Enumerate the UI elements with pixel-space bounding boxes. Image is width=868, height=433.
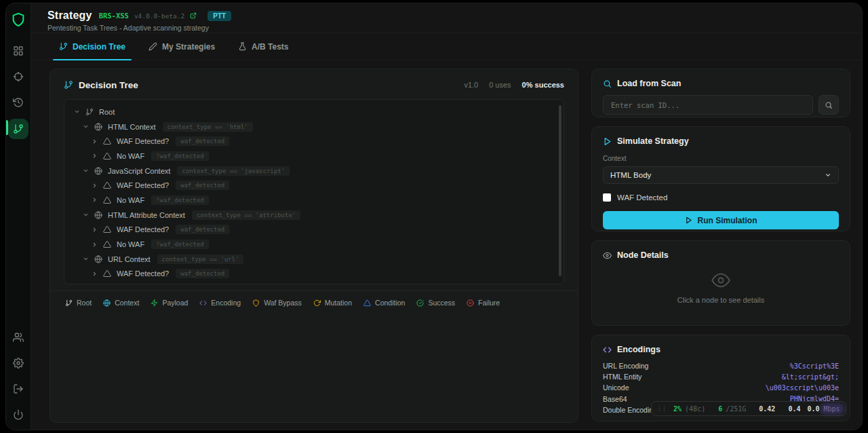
panel-title: Simulate Strategy <box>617 136 689 146</box>
chevron-right-icon[interactable] <box>92 227 98 233</box>
content: Decision Tree v1.0 0 uses 0% success Roo… <box>31 60 862 430</box>
sidebar-item-power[interactable] <box>13 409 24 420</box>
sidebar-item-strategy[interactable] <box>8 119 28 139</box>
divider <box>50 290 578 291</box>
node-condition-badge: !waf_detected <box>151 151 208 161</box>
tab[interactable]: My Strategies <box>137 33 226 60</box>
node-type-legend: Root Context Payload Encoding <box>64 299 564 307</box>
tree-node-label: No WAF <box>117 196 144 204</box>
tree-node-row[interactable]: WAF Detected? waf_detected <box>68 178 559 193</box>
encoding-value: &lt;script&gt; <box>782 373 839 381</box>
chevron-right-icon[interactable] <box>92 197 98 203</box>
sidebar-item-history[interactable] <box>13 97 24 108</box>
legend-label: Success <box>428 299 455 307</box>
legend-label: Waf Bypass <box>264 299 302 307</box>
sidebar-item-settings[interactable] <box>13 358 24 369</box>
panel-title: Decision Tree <box>79 80 138 90</box>
triangle-icon <box>103 152 111 160</box>
product-name: BRS-XSS <box>99 12 129 20</box>
tree-node-label: URL Context <box>108 255 151 263</box>
sidebar-item-users[interactable] <box>13 332 24 343</box>
chevron-down-icon[interactable] <box>83 124 89 130</box>
tree-node-row[interactable]: JavaScript Context context_type == 'java… <box>68 164 559 178</box>
tree-node-row[interactable]: No WAF !waf_detected <box>68 193 559 208</box>
encoding-row: HTML Entity &lt;script&gt; <box>603 371 839 382</box>
chevron-right-icon[interactable] <box>92 242 98 248</box>
node-condition-badge: waf_detected <box>176 269 229 278</box>
tree-node-label: WAF Detected? <box>117 269 169 278</box>
panel-title: Encodings <box>617 345 660 354</box>
tab[interactable]: A/B Tests <box>226 33 300 60</box>
tree-node-row[interactable]: WAF Detected? waf_detected <box>68 267 559 282</box>
globe-icon <box>94 167 102 175</box>
chevron-down-icon[interactable] <box>83 212 89 218</box>
success-rate: 0% success <box>522 81 564 89</box>
tree-node-label: JavaScript Context <box>108 167 170 175</box>
tab-label: Decision Tree <box>73 42 125 52</box>
tree-node-row[interactable]: No WAF !waf_detected <box>68 149 559 164</box>
chevron-down-icon[interactable] <box>83 168 89 174</box>
tab[interactable]: Decision Tree <box>47 33 137 60</box>
scan-search-button[interactable] <box>818 95 839 115</box>
sidebar-item-dashboard[interactable] <box>13 45 24 56</box>
tree-node-row[interactable]: WAF Detected? waf_detected <box>68 134 559 149</box>
zap-icon <box>151 299 158 307</box>
tree-node-row[interactable]: WAF Detected? waf_detected <box>68 223 559 238</box>
run-simulation-button[interactable]: Run Simulation <box>603 211 839 229</box>
chevron-right-icon[interactable] <box>92 183 98 189</box>
shield-logo-icon <box>11 12 26 28</box>
node-condition-badge: waf_detected <box>176 225 229 234</box>
node-condition-badge: context_type == 'url' <box>157 255 244 264</box>
waf-detected-checkbox[interactable] <box>603 193 611 202</box>
tree-node-row[interactable]: HTML Attribute Context context_type == '… <box>68 208 559 223</box>
sidebar <box>6 3 31 430</box>
sidebar-item-scans[interactable] <box>13 71 24 82</box>
tab-bar: Decision Tree My Strategies A/B Tests <box>31 33 862 60</box>
external-link-icon[interactable] <box>190 12 197 19</box>
scan-id-input[interactable] <box>603 95 813 115</box>
encoding-row: URL Encoding %3Cscript%3E <box>603 360 839 371</box>
encoding-label: Double Encoding <box>603 406 657 414</box>
search-icon <box>603 79 612 88</box>
panel-title: Load from Scan <box>617 79 681 88</box>
chevron-right-icon[interactable] <box>92 138 98 145</box>
cpu-cores: (48c) <box>685 405 705 413</box>
system-status-toast[interactable]: ⋮⋮ 2% (48c) 6 /251G 0.42 0.4 <box>651 401 846 416</box>
tree-node-row[interactable]: Root <box>68 105 559 119</box>
chevron-right-icon[interactable] <box>92 153 98 159</box>
node-condition-badge: !waf_detected <box>151 195 208 205</box>
net-up: 0.0 <box>807 405 819 413</box>
waf-detected-checkbox-row[interactable]: WAF Detected <box>603 193 839 202</box>
legend-item: Failure <box>467 299 500 307</box>
drag-handle-icon[interactable]: ⋮⋮ <box>656 405 666 412</box>
chevron-down-icon[interactable] <box>74 109 80 115</box>
legend-label: Encoding <box>211 299 241 307</box>
x-circle-icon <box>467 299 474 307</box>
chevron-down-icon[interactable] <box>83 256 89 262</box>
triangle-icon <box>103 240 111 248</box>
node-condition-badge: context_type == 'javascript' <box>177 166 290 176</box>
triangle-icon <box>103 181 111 189</box>
tree-node-label: WAF Detected? <box>117 225 169 233</box>
tree-node-label: HTML Attribute Context <box>108 211 185 219</box>
panel-title: Node Details <box>617 250 669 260</box>
tree-node-row[interactable]: HTML Context context_type == 'html' <box>68 119 559 134</box>
empty-state-text: Click a node to see details <box>677 296 764 304</box>
sidebar-item-logout[interactable] <box>13 383 24 394</box>
tree-node-row[interactable]: No WAF !waf_detected <box>68 237 559 252</box>
node-condition-badge: waf_detected <box>176 181 229 190</box>
tree-node-row[interactable]: URL Context context_type == 'url' <box>68 252 559 267</box>
flask-icon <box>238 42 247 51</box>
legend-label: Failure <box>478 299 500 307</box>
scrollbar-thumb[interactable] <box>559 105 561 276</box>
tree-node-label: WAF Detected? <box>117 137 169 145</box>
tab-label: A/B Tests <box>252 42 288 52</box>
chevron-right-icon[interactable] <box>92 271 98 277</box>
triangle-icon <box>103 269 111 278</box>
search-icon <box>825 101 833 109</box>
context-select[interactable]: HTML Body <box>603 166 839 184</box>
context-field-label: Context <box>603 155 839 162</box>
play-icon <box>603 137 612 146</box>
uses-count: 0 uses <box>489 81 511 89</box>
ram-total: /251G <box>726 405 746 413</box>
